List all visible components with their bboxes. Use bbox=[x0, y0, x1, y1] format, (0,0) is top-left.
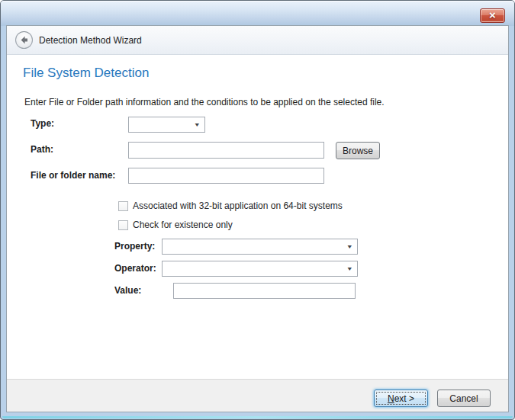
operator-combo[interactable]: ▼ bbox=[162, 261, 358, 277]
wizard-header: Detection Method Wizard bbox=[7, 26, 508, 55]
type-combo[interactable]: ▼ bbox=[128, 117, 205, 133]
titlebar[interactable]: × bbox=[1, 1, 514, 26]
checkbox-existence[interactable] bbox=[118, 220, 128, 230]
checkbox-existence-label[interactable]: Check for existence only bbox=[133, 220, 233, 230]
value-input[interactable] bbox=[173, 283, 356, 299]
close-icon: × bbox=[489, 9, 496, 21]
wizard-window: × Detection Method Wizard File System De… bbox=[0, 0, 515, 420]
back-button[interactable] bbox=[15, 31, 33, 49]
property-label: Property: bbox=[114, 241, 155, 252]
wizard-title: Detection Method Wizard bbox=[39, 35, 142, 46]
next-button-label: N bbox=[388, 393, 394, 404]
type-label: Type: bbox=[31, 118, 54, 129]
file-name-label: File or folder name: bbox=[31, 170, 115, 181]
back-arrow-icon bbox=[19, 35, 29, 45]
footer-bar: Next > Cancel bbox=[7, 379, 508, 412]
path-input[interactable] bbox=[128, 142, 324, 159]
checkbox-row-existence[interactable]: Check for existence only bbox=[118, 220, 233, 230]
checkbox-32bit-label[interactable]: Associated with 32-bit application on 64… bbox=[133, 200, 343, 211]
cancel-button[interactable]: Cancel bbox=[437, 390, 491, 407]
page-title: File System Detection bbox=[23, 66, 149, 81]
dialog-surface: Detection Method Wizard File System Dete… bbox=[6, 25, 509, 412]
browse-button[interactable]: Browse bbox=[336, 142, 380, 159]
path-label: Path: bbox=[31, 144, 53, 155]
dropdown-arrow-icon: ▼ bbox=[346, 244, 356, 249]
property-combo[interactable]: ▼ bbox=[162, 239, 358, 255]
next-button-label-rest: ext > bbox=[394, 393, 414, 404]
page-description: Enter File or Folder path information an… bbox=[24, 97, 385, 107]
close-button[interactable]: × bbox=[480, 8, 505, 23]
checkbox-row-32bit[interactable]: Associated with 32-bit application on 64… bbox=[118, 200, 343, 211]
dropdown-arrow-icon: ▼ bbox=[346, 266, 356, 271]
file-name-input[interactable] bbox=[128, 168, 324, 184]
checkbox-32bit[interactable] bbox=[118, 201, 128, 211]
operator-label: Operator: bbox=[114, 263, 156, 274]
value-label: Value: bbox=[114, 285, 141, 296]
dropdown-arrow-icon: ▼ bbox=[194, 122, 203, 127]
next-button[interactable]: Next > bbox=[374, 390, 428, 407]
